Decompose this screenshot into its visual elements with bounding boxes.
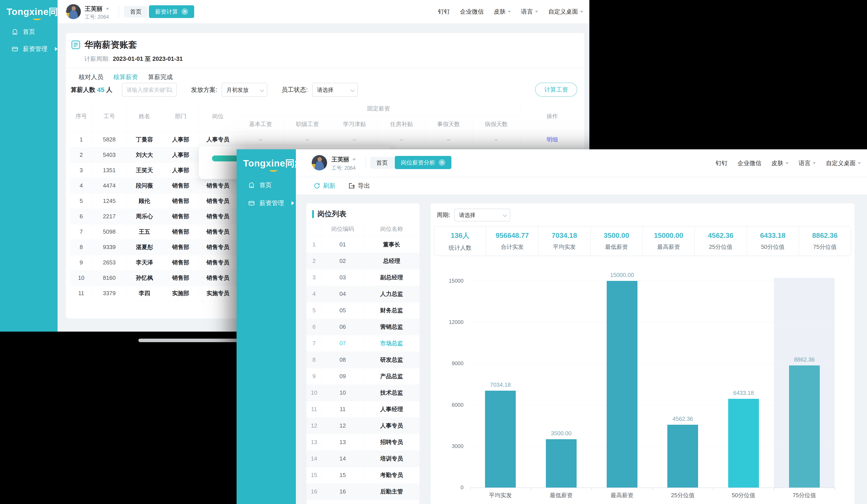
sidebar-item-home[interactable]: 首页 <box>11 28 35 36</box>
col-事假天数: 事假天数 <box>425 116 472 132</box>
title-accent-bar <box>312 210 314 218</box>
stat-label: 50分位值 <box>761 243 785 251</box>
position-row[interactable]: 1111人事经理 <box>307 401 419 417</box>
cell-index: 7 <box>307 335 322 352</box>
position-row[interactable]: 707市场总监 <box>307 335 419 352</box>
period-value: 2023-01-01 至 2023-01-31 <box>113 55 183 63</box>
menu-item-钉钉[interactable]: 钉钉 <box>438 8 450 15</box>
sidebar-item-salary-mgmt[interactable]: 薪资管理 <box>11 45 60 53</box>
calc-salary-button[interactable]: 计算工资 <box>535 83 577 97</box>
position-row[interactable]: 505财务总监 <box>307 302 419 319</box>
x-axis-tickmark <box>713 487 714 490</box>
sidebar-item-home[interactable]: 首页 <box>248 181 272 189</box>
menu-item-皮肤[interactable]: 皮肤 <box>494 8 511 15</box>
col-action: 操作 <box>520 101 584 132</box>
cell-position-name: 财务总监 <box>364 302 419 319</box>
bar-最低薪资[interactable] <box>546 439 577 487</box>
step-done[interactable]: 算薪完成 <box>148 73 173 81</box>
position-row[interactable]: 808研发总监 <box>307 352 419 368</box>
refresh-button[interactable]: 刷新 <box>313 182 335 190</box>
position-row[interactable]: 404人力总监 <box>307 286 419 302</box>
position-row[interactable]: 606营销总监 <box>307 319 419 335</box>
close-icon[interactable]: ✕ <box>181 8 188 15</box>
position-row[interactable]: 303副总经理 <box>307 269 419 286</box>
tab-home[interactable]: 首页 <box>370 157 394 169</box>
tab-payroll-calc[interactable]: 薪资计算✕ <box>149 5 194 18</box>
divider <box>66 68 584 68</box>
tab-home-label: 首页 <box>376 159 388 167</box>
cell-index: 6 <box>307 319 322 335</box>
col-pos: 岗位 <box>199 101 237 132</box>
menu-item-企业微信[interactable]: 企业微信 <box>738 159 761 167</box>
cell-index: 5 <box>307 302 322 319</box>
step-calc-salary[interactable]: 核算薪资 <box>113 73 138 81</box>
close-icon[interactable]: ✕ <box>439 159 445 166</box>
cell-emp-id: 2653 <box>92 255 126 270</box>
x-axis-tickmark <box>591 487 592 490</box>
cell-position-code: 08 <box>322 352 364 368</box>
cell-index: 1 <box>307 236 322 253</box>
menu-item-label: 企业微信 <box>738 159 761 167</box>
position-row[interactable]: 1010技术总监 <box>307 385 419 401</box>
position-row[interactable]: 1212人事专员 <box>307 417 419 434</box>
menu-item-语言[interactable]: 语言 <box>799 159 816 167</box>
plan-select[interactable]: 月初发放 <box>222 83 267 97</box>
gridline <box>470 322 835 322</box>
payroll-sheet-icon <box>71 40 81 50</box>
bar-75分位值[interactable] <box>789 365 820 487</box>
tab-home[interactable]: 首页 <box>124 6 148 17</box>
position-row[interactable]: 202总经理 <box>307 253 419 269</box>
employee-id: 工号: 2064 <box>331 165 356 172</box>
y-axis-tick: 0 <box>437 484 463 491</box>
cell-no: 9 <box>70 255 92 270</box>
avatar[interactable] <box>312 155 327 170</box>
cell-index: 14 <box>307 450 322 467</box>
search-input[interactable] <box>126 87 168 93</box>
cell-position-name: 人事专员 <box>364 417 419 434</box>
menu-item-自定义桌面[interactable]: 自定义桌面 <box>826 159 861 167</box>
cell-dept: 实施部 <box>162 286 199 301</box>
user-name[interactable]: 王芙丽 <box>85 5 109 13</box>
bar-25分位值[interactable] <box>667 425 698 487</box>
sidebar-item-salary-mgmt[interactable]: 薪资管理 <box>248 199 296 207</box>
cycle-select[interactable]: 请选择 <box>454 208 510 221</box>
detail-link[interactable]: 明细 <box>546 136 558 143</box>
menu-item-自定义桌面[interactable]: 自定义桌面 <box>548 8 583 15</box>
bar-50分位值[interactable] <box>728 399 759 487</box>
app-logo: Tongxine同鑫 <box>7 6 68 18</box>
menu-item-语言[interactable]: 语言 <box>521 8 538 15</box>
cell-pos: 销售专员 <box>199 224 237 239</box>
position-row[interactable]: 1515考勤专员 <box>307 467 419 483</box>
position-row[interactable]: 909产品总监 <box>307 368 419 385</box>
tab-position-analysis[interactable]: 岗位薪资分析✕ <box>395 156 451 169</box>
menu-item-钉钉[interactable]: 钉钉 <box>716 159 728 167</box>
avatar[interactable] <box>66 4 81 19</box>
chevron-down-icon <box>106 8 109 12</box>
search-icon[interactable] <box>167 87 173 93</box>
cell-position-name: 市场总监 <box>364 335 419 352</box>
menu-item-皮肤[interactable]: 皮肤 <box>771 159 789 167</box>
w2-toolbar: 刷新 导出 <box>296 177 867 194</box>
bar-平均实发[interactable] <box>485 391 516 487</box>
cell-name: 顾伦 <box>126 193 162 208</box>
cell-position-name: 招聘专员 <box>364 434 419 450</box>
tab-position-analysis-label: 岗位薪资分析 <box>401 159 435 167</box>
step-check-staff[interactable]: 核对人员 <box>79 73 103 81</box>
col-职级工资: 职级工资 <box>284 116 331 132</box>
menu-item-label: 皮肤 <box>494 8 506 15</box>
menu-item-企业微信[interactable]: 企业微信 <box>460 8 484 15</box>
cell-index: 16 <box>307 483 322 500</box>
bar-最高薪资[interactable] <box>607 281 638 487</box>
cell-pos: 销售专员 <box>199 193 237 208</box>
cell-index: 15 <box>307 467 322 483</box>
status-select[interactable]: 请选择 <box>312 83 358 97</box>
position-row[interactable]: 1414培训专员 <box>307 450 419 467</box>
gridline <box>470 405 835 405</box>
export-button[interactable]: 导出 <box>348 182 370 190</box>
position-row[interactable]: 101董事长 <box>307 236 419 253</box>
stat-label: 平均实发 <box>553 243 576 251</box>
position-row[interactable]: 1616后勤主管 <box>307 483 419 500</box>
stat-平均实发: 7034.18平均实发 <box>538 227 590 256</box>
position-row[interactable]: 1313招聘专员 <box>307 434 419 450</box>
user-name[interactable]: 王芙丽 <box>331 156 356 163</box>
